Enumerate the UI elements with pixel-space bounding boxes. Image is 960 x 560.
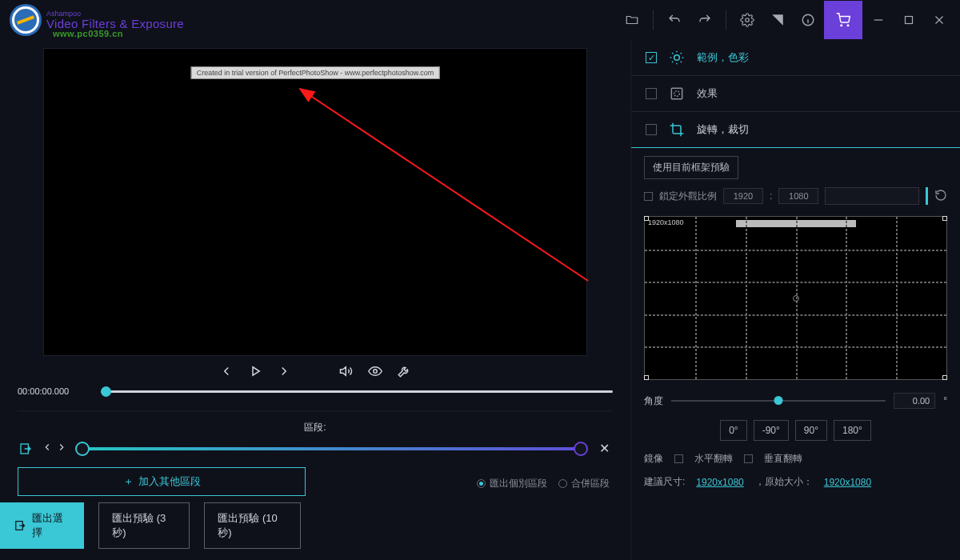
flip-horizontal-label: 水平翻轉 xyxy=(694,452,733,466)
original-size-link[interactable]: 1920x1080 xyxy=(824,477,871,488)
contrast-button[interactable] xyxy=(763,6,792,34)
segment-label: 區段: xyxy=(18,419,613,441)
svg-point-12 xyxy=(674,91,680,97)
redo-button[interactable] xyxy=(690,6,719,34)
lock-aspect-checkbox[interactable] xyxy=(644,192,653,201)
angle-label: 角度 xyxy=(644,394,663,408)
rotate-90-button[interactable]: 90° xyxy=(795,420,827,441)
title-bar: Ashampoo Video Filters & Exposure xyxy=(0,0,960,40)
crop-icon xyxy=(668,122,686,138)
crop-panel-body: 使用目前框架預驗 鎖定外觀比例 : 1920x1080 xyxy=(631,148,960,503)
panel-rotate-crop-label: 旋轉，裁切 xyxy=(697,122,749,137)
panel-color-checkbox[interactable] xyxy=(646,52,657,63)
annotation-arrow xyxy=(292,81,604,289)
minimize-button[interactable] xyxy=(864,6,893,34)
export-selection-button[interactable]: 匯出選擇 xyxy=(0,502,84,549)
svg-point-10 xyxy=(674,55,680,61)
panel-color-header[interactable]: 範例，色彩 xyxy=(631,40,960,75)
timecode-display: 00:00:00.000 xyxy=(18,386,90,396)
use-current-frame-button[interactable]: 使用目前框架預驗 xyxy=(644,156,738,179)
playback-controls xyxy=(18,356,613,383)
segment-export-icon[interactable] xyxy=(18,442,34,455)
export-preview-3s-button[interactable]: 匯出預驗 (3 秒) xyxy=(98,502,190,549)
panel-rotate-crop-checkbox[interactable] xyxy=(646,124,657,135)
flip-horizontal-checkbox[interactable] xyxy=(674,454,683,463)
svg-point-7 xyxy=(374,370,378,374)
panel-effects-label: 效果 xyxy=(697,86,718,101)
brightness-icon xyxy=(668,50,686,66)
wrench-button[interactable] xyxy=(397,364,411,378)
volume-button[interactable] xyxy=(339,364,354,378)
original-size-label: ，原始大小： xyxy=(755,475,813,489)
panel-rotate-crop-header[interactable]: 旋轉，裁切 xyxy=(631,112,960,147)
trial-watermark: Created in trial version of PerfectPhoto… xyxy=(191,66,440,79)
effects-icon xyxy=(668,86,686,102)
rotate-neg90-button[interactable]: -90° xyxy=(754,420,789,441)
segment-prev-button[interactable] xyxy=(42,442,53,456)
angle-slider[interactable] xyxy=(671,400,886,402)
crop-width-input[interactable] xyxy=(723,188,763,204)
segment-remove-button[interactable]: ✕ xyxy=(596,441,613,456)
app-logo xyxy=(10,4,42,36)
flip-vertical-checkbox[interactable] xyxy=(744,454,753,463)
svg-line-6 xyxy=(300,89,588,281)
play-button[interactable] xyxy=(248,364,262,378)
timeline-slider[interactable] xyxy=(101,390,613,393)
crop-height-input[interactable] xyxy=(778,188,818,204)
cart-button[interactable] xyxy=(824,1,862,39)
aspect-preset-dropdown[interactable] xyxy=(825,187,919,205)
info-button[interactable] xyxy=(794,6,822,34)
settings-button[interactable] xyxy=(733,6,762,34)
suggest-size-link[interactable]: 1920x1080 xyxy=(696,477,743,488)
open-folder-button[interactable] xyxy=(618,6,646,34)
angle-input[interactable] xyxy=(894,393,935,409)
panel-color-label: 範例，色彩 xyxy=(697,50,749,65)
prev-frame-button[interactable] xyxy=(219,364,234,378)
close-button[interactable] xyxy=(925,6,954,34)
export-preview-10s-button[interactable]: 匯出預驗 (10 秒) xyxy=(204,502,301,549)
suggest-size-label: 建議尺寸: xyxy=(644,475,685,489)
svg-rect-4 xyxy=(906,17,913,24)
watermark-url: www.pc0359.cn xyxy=(53,29,123,38)
maximize-button[interactable] xyxy=(894,6,923,34)
rotate-0-button[interactable]: 0° xyxy=(720,420,746,441)
video-preview[interactable]: Created in trial version of PerfectPhoto… xyxy=(43,48,587,356)
export-bar: 匯出選擇 匯出預驗 (3 秒) 匯出預驗 (10 秒) xyxy=(0,491,301,560)
crop-preview-grid[interactable]: 1920x1080 xyxy=(644,216,947,380)
segment-range-bar[interactable] xyxy=(78,447,585,450)
flip-vertical-label: 垂直翻轉 xyxy=(764,452,802,466)
side-panel: 範例，色彩 效果 旋轉，裁切 使用目前框架預驗 鎖定外觀比例 : xyxy=(630,40,960,560)
segment-next-button[interactable] xyxy=(56,442,67,456)
svg-point-2 xyxy=(841,25,842,26)
lock-aspect-label: 鎖定外觀比例 xyxy=(659,190,717,203)
panel-effects-header[interactable]: 效果 xyxy=(631,76,960,111)
svg-point-0 xyxy=(746,18,750,22)
mirror-label: 鏡像 xyxy=(644,452,663,466)
panel-effects-checkbox[interactable] xyxy=(646,88,657,99)
crop-resolution-label: 1920x1080 xyxy=(646,218,686,226)
export-individual-radio[interactable]: 匯出個別區段 xyxy=(477,477,547,490)
undo-button[interactable] xyxy=(660,6,689,34)
rotate-180-button[interactable]: 180° xyxy=(834,420,871,441)
reset-aspect-button[interactable] xyxy=(934,189,947,204)
eye-button[interactable] xyxy=(368,364,382,378)
export-merge-radio[interactable]: 合併區段 xyxy=(558,477,610,490)
svg-point-3 xyxy=(847,25,849,26)
next-frame-button[interactable] xyxy=(277,364,291,378)
svg-rect-11 xyxy=(671,88,682,98)
